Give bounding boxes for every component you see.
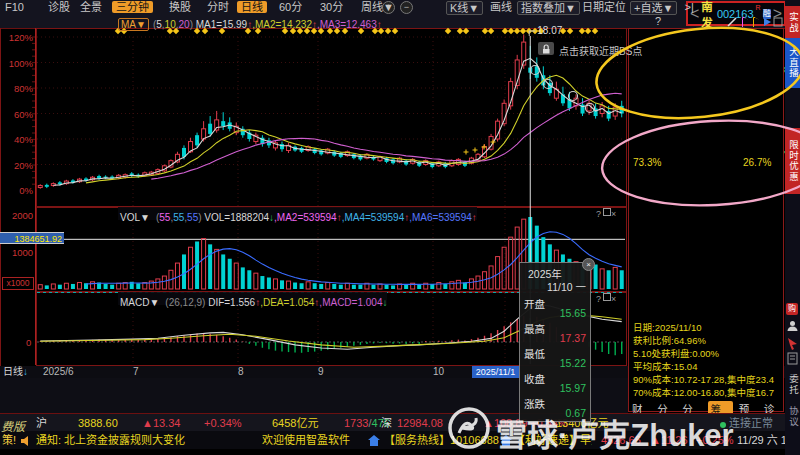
popup-date: 11/10 一 <box>547 279 586 294</box>
x-axis-tick: 9 <box>318 366 324 378</box>
popup-field-value: 15.97 <box>560 382 586 394</box>
ma-header-row: MA▼(5,10,20) MA1=15.99↑,MA2=14.232↑,MA3=… <box>118 14 382 32</box>
vol-axis-mid: 1000 <box>12 247 33 258</box>
maximize-icon <box>603 293 611 301</box>
sz-index-item: 深 <box>381 417 392 430</box>
popup-field-label: 收盘 <box>524 371 545 386</box>
ma-row-selector[interactable]: MA▼ <box>118 18 149 31</box>
chip-info-line: 日期:2025/11/10 <box>633 321 701 334</box>
popup-field-value: 15.22 <box>560 357 586 369</box>
macd-row-selector[interactable]: MACD▼ <box>118 297 161 308</box>
vol-unit-label: x1000 <box>2 277 34 290</box>
strategy-badge[interactable]: 策! <box>2 434 16 447</box>
pointer-icon[interactable] <box>786 337 799 350</box>
notice-text-2[interactable]: 欢迎使用智盈软件 <box>262 434 350 447</box>
buy-icon[interactable]: 购 <box>786 303 798 315</box>
popup-field-value: 0.67 <box>566 407 586 419</box>
main-y-tick: 120% <box>0 32 33 43</box>
chip-info-line: 90%成本:10.72-17.28,集中度23.4 <box>633 373 774 386</box>
vol-panel-controls[interactable]: ?× <box>596 208 626 219</box>
popup-field-value: 17.37 <box>560 332 586 344</box>
x-axis-tick: 2025/6 <box>43 366 74 378</box>
user-icon[interactable] <box>786 319 799 332</box>
x-axis-tick: 8 <box>238 366 244 378</box>
sidetab-weituo[interactable]: 委托 <box>785 370 800 398</box>
popup-field-label: 最高 <box>524 321 545 336</box>
main-y-tick: 40% <box>0 134 33 145</box>
vol-row-selector[interactable]: VOL▼ <box>118 212 152 223</box>
sidetab-shizhan[interactable]: 实战 <box>785 6 800 38</box>
chip-info-line: 平均成本:15.04 <box>633 360 697 373</box>
notice-bar: 策!通知: 北上资金披露规则大变化欢迎使用智盈软件【服务热线】10106688【… <box>0 431 800 449</box>
x-axis-highlight-date: 2025/11/1 <box>472 366 519 378</box>
sidetab-xieyi[interactable]: 协议 <box>785 402 800 430</box>
profit-pct-right: 26.7% <box>743 157 771 169</box>
chip-info-line: 5.10处获利盘:0.00% <box>633 347 719 360</box>
macd-header-row: MACD▼(26,12,9) DIF=1.556↑,DEA=1.054↑,MAC… <box>118 292 387 305</box>
home-icon[interactable] <box>500 435 512 447</box>
bs-point-hint[interactable]: 点击获取近期BS点 <box>559 43 642 58</box>
connection-status: 连接正常 <box>729 417 773 430</box>
main-y-tick: 80% <box>0 83 33 94</box>
main-y-tick: 100% <box>0 58 33 69</box>
chip-info-line: 70%成本:12.00-16.80,集中度16.7 <box>633 386 774 399</box>
x-axis-tick: 10 <box>433 366 444 378</box>
index2-item: +0.25% <box>696 434 734 447</box>
sh-index-item: 6458亿元 <box>272 417 318 430</box>
macd-zero-label: 0 <box>26 337 31 348</box>
popup-field-label: 最低 <box>524 346 545 361</box>
notice-text-3[interactable]: 【利好速递】早关注早受益 <box>514 434 592 447</box>
notice-hotline[interactable]: 【服务热线】10106688 <box>384 434 499 447</box>
chip-info-line: 获利比例:64.96% <box>633 334 706 347</box>
popup-field-label: 开盘 <box>524 296 545 311</box>
index2-item: ▲11.26 <box>650 434 688 447</box>
popup-field-label: 涨跌 <box>524 396 545 411</box>
main-y-tick: 60% <box>0 109 33 120</box>
connection-dot-icon <box>720 422 726 428</box>
index-status-bar: 沪3888.60▲13.34+0.34%6458亿元1733/476深12984… <box>0 413 800 433</box>
collapse-label[interactable]: 日线 <box>3 366 23 377</box>
drawing-tool-icons <box>728 17 782 27</box>
profit-pct-left: 73.3% <box>633 157 661 169</box>
x-axis-tick: 7 <box>133 366 139 378</box>
vol-axis-top: 2000 <box>12 210 33 221</box>
sh-index-item: 沪 <box>36 417 47 430</box>
sidetab-promo[interactable]: 限时优惠 <box>785 128 800 194</box>
vol-header-row: VOL▼(55,55,55) VOL=1888204↓,MA2=539594↑,… <box>118 207 477 220</box>
maximize-icon <box>603 208 611 216</box>
high-price-label: 18.07 <box>537 25 562 36</box>
kline-tooltip-popup: × 2025年 11/10 一 开盘15.65最高17.37最低15.22收盘1… <box>519 262 591 422</box>
close-icon[interactable]: × <box>582 258 595 271</box>
doc-icon[interactable] <box>786 352 799 365</box>
vol-cursor-value: 1384651.92 <box>0 232 64 244</box>
macd-panel-controls[interactable]: ?× <box>596 293 626 304</box>
trading-app-window: + − ? < 海南发展 002163 R 融 > F10诊股全景三分钟换股分时… <box>0 0 800 455</box>
main-y-tick: 20% <box>0 160 33 171</box>
sidetab-live[interactable]: 大直播 <box>785 38 800 88</box>
sh-index-item: +0.34% <box>204 417 242 430</box>
collapse-arrow-icon: ↓ <box>23 366 28 377</box>
notice-text-1[interactable]: 通知: 北上资金披露规则大变化 <box>36 434 185 447</box>
home-icon[interactable] <box>368 435 380 447</box>
version-tab[interactable]: 费版 <box>1 417 25 434</box>
chip-distribution-panel: 73.3% 26.7% 日期:2025/11/10获利比例:64.96%5.10… <box>628 28 784 412</box>
candlestick-series <box>38 34 623 188</box>
popup-field-value: 15.65 <box>560 307 586 319</box>
sz-index-item: 12984.08 <box>397 417 443 430</box>
side-strip: 实战 大直播 限时优惠 购 委托 协议 <box>785 0 800 455</box>
sh-index-item: ▲13.34 <box>142 417 180 430</box>
sh-index-item: 3888.60 <box>78 417 118 430</box>
index2-item: 4526.66 <box>601 434 641 447</box>
main-y-tick: 0% <box>0 185 33 196</box>
notice-speaker-icon <box>20 435 32 447</box>
